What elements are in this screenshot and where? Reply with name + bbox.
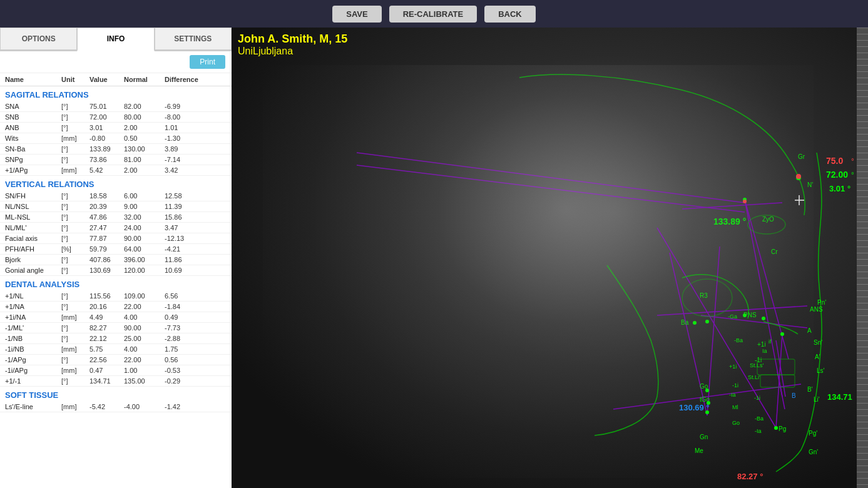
svg-text:Cr: Cr: [771, 248, 778, 255]
svg-text:Gn': Gn': [809, 449, 818, 455]
svg-text:Pn': Pn': [817, 299, 826, 306]
svg-text:-1i: -1i: [755, 357, 762, 363]
svg-text:R3: R3: [700, 292, 708, 299]
svg-text:B: B: [792, 392, 796, 399]
xray-skull-overlay: [263, 65, 814, 478]
svg-point-28: [796, 175, 801, 180]
svg-line-7: [657, 228, 776, 428]
svg-text:82.27 °: 82.27 °: [737, 472, 763, 481]
table-row: -1/APg[°]22.5622.000.56: [0, 355, 232, 365]
table-row: +1i/NA[mm]4.494.000.49: [0, 312, 232, 323]
section-header-dental: DENTAL ANALYSIS: [0, 276, 232, 291]
left-panel: OPTIONS INFO SETTINGS Print Name Unit Va…: [0, 28, 232, 488]
tab-settings[interactable]: SETTINGS: [155, 28, 232, 50]
svg-line-3: [745, 200, 782, 397]
svg-text:Go: Go: [732, 420, 740, 426]
svg-text:°: °: [851, 171, 854, 180]
svg-line-11: [777, 372, 785, 409]
section-header-sagital: SAGITAL RELATIONS: [0, 86, 232, 101]
svg-point-27: [707, 401, 710, 405]
recalibrate-button[interactable]: RE-CALIBRATE: [389, 6, 477, 23]
table-row: Ls'/E-line[mm]-5.42-4.00-1.42: [0, 402, 232, 412]
table-row: NL/NSL[°]20.399.0011.39: [0, 201, 232, 212]
tab-bar: OPTIONS INFO SETTINGS: [0, 28, 232, 51]
col-header-unit: Unit: [61, 76, 89, 83]
table-row: -1/ML'[°]82.2790.00-7.73: [0, 323, 232, 333]
svg-point-25: [693, 321, 697, 325]
table-row: ANB[°]3.012.001.01: [0, 123, 232, 133]
table-row: -1i/NB[mm]5.754.001.75: [0, 344, 232, 355]
svg-text:St.Ls': St.Ls': [750, 362, 764, 369]
svg-line-0: [357, 153, 745, 203]
print-area: Print: [0, 51, 232, 73]
table-row: NL/ML'[°]27.4724.003.47: [0, 223, 232, 233]
svg-line-6: [613, 384, 801, 409]
col-header-value: Value: [89, 76, 124, 83]
col-header-difference: Difference: [165, 76, 212, 83]
svg-text:Ml: Ml: [732, 404, 738, 410]
table-row: -1i/APg[mm]0.471.00-0.53: [0, 365, 232, 376]
main-content: OPTIONS INFO SETTINGS Print Name Unit Va…: [0, 28, 868, 488]
svg-text:-Ba: -Ba: [755, 415, 763, 422]
svg-text:Sn': Sn': [814, 339, 822, 346]
scroll-content[interactable]: SAGITAL RELATIONSSNA[°]75.0182.00-6.99SN…: [0, 86, 232, 488]
svg-text:3.01 °: 3.01 °: [829, 184, 850, 193]
svg-line-1: [357, 165, 745, 212]
section-header-vertical: VERTICAL RELATIONS: [0, 176, 232, 191]
svg-point-29: [796, 174, 801, 179]
svg-text:134.71: 134.71: [827, 392, 852, 402]
table-row: +1/APg[mm]5.422.003.42: [0, 165, 232, 176]
svg-text:Pg: Pg: [779, 425, 786, 432]
svg-text:Li': Li': [814, 396, 820, 403]
table-row: SN-Ba[°]133.89130.003.89: [0, 144, 232, 155]
svg-text:Gr: Gr: [798, 153, 805, 160]
patient-name: John A. Smith, M, 15: [238, 33, 347, 46]
ruler: [857, 28, 868, 488]
svg-text:tGo: tGo: [700, 396, 710, 403]
tab-options[interactable]: OPTIONS: [0, 28, 77, 50]
table-row: +1/-1[°]134.71135.00-0.29: [0, 376, 232, 387]
svg-line-2: [745, 200, 789, 359]
svg-text:Ba: Ba: [681, 319, 689, 326]
svg-point-23: [705, 410, 709, 414]
svg-line-8: [707, 247, 720, 415]
back-button[interactable]: BACK: [484, 6, 536, 23]
svg-text:°: °: [851, 157, 854, 166]
svg-text:Pg': Pg': [809, 430, 817, 437]
table-row: SNPg[°]73.8681.00-7.14: [0, 155, 232, 165]
svg-text:-Ia: -Ia: [755, 428, 762, 434]
table-row: Gonial angle[°]130.69120.0010.69: [0, 265, 232, 276]
svg-text:130.69 °: 130.69 °: [679, 403, 710, 412]
table-row: PFH/AFH[%]59.7964.00-4.21: [0, 244, 232, 255]
svg-line-10: [776, 340, 785, 397]
svg-text:-Ia: -Ia: [729, 392, 736, 398]
table-row: +1/NL[°]115.56109.006.56: [0, 291, 232, 302]
patient-info: John A. Smith, M, 15 UniLjubljana: [238, 33, 347, 57]
xray-background: John A. Smith, M, 15 UniLjubljana: [232, 28, 868, 488]
xray-panel: John A. Smith, M, 15 UniLjubljana: [232, 28, 868, 488]
save-button[interactable]: SAVE: [332, 6, 381, 23]
section-header-softtissue: SOFT TISSUE: [0, 387, 232, 402]
tab-info[interactable]: INFO: [77, 28, 154, 51]
svg-line-12: [682, 203, 782, 209]
patient-institution: UniLjubljana: [238, 46, 347, 57]
svg-point-26: [705, 389, 709, 392]
svg-text:Me: Me: [695, 447, 703, 454]
svg-text:N': N': [807, 181, 813, 188]
svg-text:Go: Go: [700, 383, 708, 390]
top-bar: SAVE RE-CALIBRATE BACK: [0, 0, 868, 28]
table-row: SNA[°]75.0182.00-6.99: [0, 101, 232, 112]
svg-text:PNS: PNS: [743, 312, 757, 318]
svg-point-22: [774, 426, 778, 430]
svg-text:A: A: [807, 327, 812, 334]
svg-text:ZyO: ZyO: [762, 216, 774, 223]
svg-text:Ls': Ls': [817, 367, 825, 374]
svg-point-18: [743, 198, 747, 201]
svg-text:72.00: 72.00: [826, 170, 848, 180]
svg-point-21: [705, 320, 709, 323]
svg-text:B': B': [807, 386, 813, 393]
svg-line-5: [657, 306, 807, 315]
table-row: Bjork[°]407.86396.0011.86: [0, 255, 232, 265]
svg-point-15: [682, 279, 732, 317]
print-button[interactable]: Print: [190, 55, 225, 69]
